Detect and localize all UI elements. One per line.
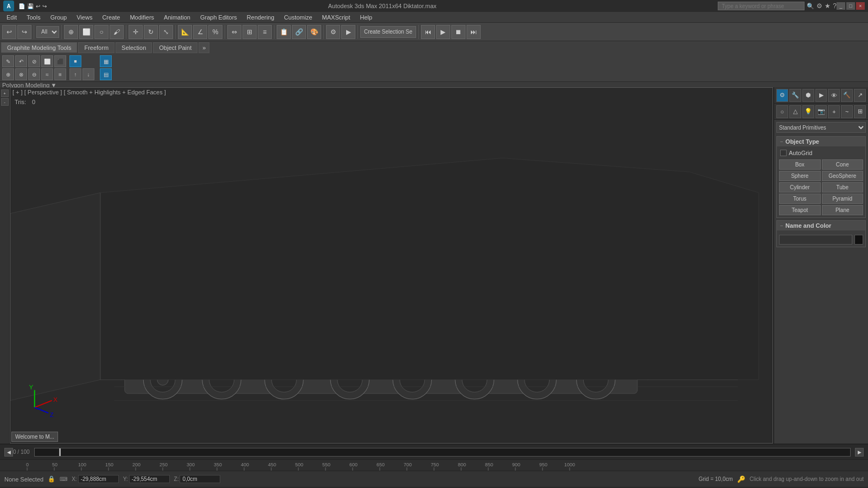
primitive-dropdown[interactable]: Standard Primitives	[776, 122, 866, 133]
move-button[interactable]: ✛	[129, 25, 143, 39]
menu-animation[interactable]: Animation	[159, 13, 195, 22]
maximize-button[interactable]: □	[846, 2, 855, 10]
active-poly-btn[interactable]: ■	[69, 55, 81, 67]
minimize-button[interactable]: _	[837, 2, 845, 10]
create-panel-btn[interactable]: ⚙	[776, 89, 788, 102]
subtab-objectpaint[interactable]: Object Paint	[153, 42, 197, 53]
playback-next-button[interactable]: ⏭	[467, 25, 481, 39]
subtab-freeform[interactable]: Freeform	[78, 42, 114, 53]
poly-edit-btn2[interactable]: ↶	[15, 55, 27, 67]
percent-snap-button[interactable]: %	[208, 25, 222, 39]
poly-edit-btn3[interactable]: ⊘	[28, 55, 40, 67]
pyramid-button[interactable]: Pyramid	[822, 194, 864, 204]
object-type-header[interactable]: − Object Type	[777, 137, 865, 146]
settings-icon[interactable]: ⚙	[816, 2, 822, 10]
undo-button[interactable]: ↩	[2, 25, 16, 39]
motion-panel-btn[interactable]: ▶	[815, 89, 827, 102]
name-input[interactable]	[779, 235, 852, 245]
snap-button[interactable]: 📐	[178, 25, 192, 39]
menu-rendering[interactable]: Rendering	[242, 13, 279, 22]
array-button[interactable]: ⊞	[242, 25, 257, 39]
playback-prev-button[interactable]: ⏮	[421, 25, 435, 39]
close-button[interactable]: ×	[856, 2, 865, 10]
shapes-btn[interactable]: △	[789, 105, 801, 118]
menu-graph-editors[interactable]: Graph Editors	[196, 13, 241, 22]
schematic-button[interactable]: 🔗	[292, 25, 306, 39]
helpers-btn[interactable]: +	[828, 105, 840, 118]
panel-expand-btn[interactable]: ↗	[854, 89, 866, 102]
mini-btn-1[interactable]: +	[1, 89, 9, 97]
layer-button[interactable]: 📋	[277, 25, 291, 39]
autogrid-checkbox[interactable]	[780, 150, 787, 156]
menu-edit[interactable]: Edit	[2, 13, 21, 22]
plane-button[interactable]: Plane	[822, 205, 864, 215]
teapot-button[interactable]: Teapot	[779, 205, 821, 215]
redo-button[interactable]: ↪	[17, 25, 31, 39]
display-panel-btn[interactable]: 👁	[828, 89, 840, 102]
redo-icon[interactable]: ↪	[42, 3, 47, 9]
render-setup-button[interactable]: ⚙	[326, 25, 340, 39]
poly-edit-btn8[interactable]: ⊖	[28, 68, 40, 80]
box-button[interactable]: Box	[779, 159, 821, 170]
poly-edit-btn10[interactable]: ≡	[54, 68, 66, 80]
timeline-bar[interactable]	[34, 448, 851, 457]
menu-tools[interactable]: Tools	[22, 13, 45, 22]
poly-edit-btn9[interactable]: ≈	[41, 68, 53, 80]
viewport[interactable]: [ + ] [ Perspective ] [ Smooth + Highlig…	[10, 87, 773, 444]
modify-panel-btn[interactable]: 🔧	[789, 89, 801, 102]
mini-btn-2[interactable]: -	[1, 98, 9, 106]
stop-button[interactable]: ⏹	[451, 25, 465, 39]
align-button[interactable]: ≡	[258, 25, 272, 39]
torus-button[interactable]: Torus	[779, 194, 821, 204]
bookmark-icon[interactable]: ★	[825, 2, 831, 10]
lasso-button[interactable]: ○	[94, 25, 108, 39]
lights-btn[interactable]: 💡	[802, 105, 814, 118]
play-button[interactable]: ▶	[436, 25, 450, 39]
align-up-btn[interactable]: ↑	[69, 68, 81, 80]
select-region-button[interactable]: ⬜	[79, 25, 93, 39]
poly-edit-btn6[interactable]: ⊕	[2, 68, 14, 80]
hierarchy-panel-btn[interactable]: ⬢	[802, 89, 814, 102]
cone-button[interactable]: Cone	[822, 159, 864, 170]
geometry-btn[interactable]: ○	[776, 105, 788, 118]
undo-icon[interactable]: ↩	[36, 3, 40, 9]
material-editor-button[interactable]: 🎨	[307, 25, 321, 39]
track-left-btn[interactable]: ◀	[4, 448, 13, 457]
y-value[interactable]	[129, 475, 170, 483]
create-selection-button[interactable]: Create Selection Se	[360, 26, 416, 38]
rotate-button[interactable]: ↻	[144, 25, 158, 39]
utilities-panel-btn[interactable]: 🔨	[841, 89, 853, 102]
menu-maxscript[interactable]: MAXScript	[318, 13, 355, 22]
mirror-button[interactable]: ⇔	[227, 25, 241, 39]
cylinder-button[interactable]: Cylinder	[779, 182, 821, 192]
filter-dropdown[interactable]: All	[36, 26, 59, 38]
tube-button[interactable]: Tube	[822, 182, 864, 192]
active-btn3[interactable]: ▤	[100, 68, 112, 80]
render-button[interactable]: ▶	[341, 25, 355, 39]
menu-create[interactable]: Create	[98, 13, 124, 22]
color-swatch[interactable]	[854, 235, 863, 245]
name-color-header[interactable]: − Name and Color	[777, 221, 865, 230]
menu-help[interactable]: Help	[356, 13, 377, 22]
help-icon[interactable]: ?	[833, 2, 837, 10]
poly-edit-btn7[interactable]: ⊗	[15, 68, 27, 80]
track-right-btn[interactable]: ▶	[855, 448, 864, 457]
systems-btn[interactable]: ⊞	[854, 105, 866, 118]
spacewarps-btn[interactable]: ~	[841, 105, 853, 118]
z-value[interactable]	[180, 475, 220, 483]
menu-modifiers[interactable]: Modifiers	[125, 13, 158, 22]
search-input[interactable]	[718, 2, 805, 10]
align-down-btn[interactable]: ↓	[82, 68, 94, 80]
poly-edit-btn1[interactable]: ✎	[2, 55, 14, 67]
menu-views[interactable]: Views	[72, 13, 97, 22]
poly-edit-btn5[interactable]: ⬛	[54, 55, 66, 67]
cameras-btn[interactable]: 📷	[815, 105, 827, 118]
select-button[interactable]: ⊕	[64, 25, 78, 39]
scale-button[interactable]: ⤡	[159, 25, 173, 39]
x-value[interactable]	[78, 475, 119, 483]
menu-customize[interactable]: Customize	[280, 13, 317, 22]
subtab-graphite[interactable]: Graphite Modeling Tools	[1, 42, 77, 53]
menu-group[interactable]: Group	[46, 13, 72, 22]
angle-snap-button[interactable]: ∠	[193, 25, 207, 39]
subtab-more[interactable]: »	[199, 42, 209, 53]
